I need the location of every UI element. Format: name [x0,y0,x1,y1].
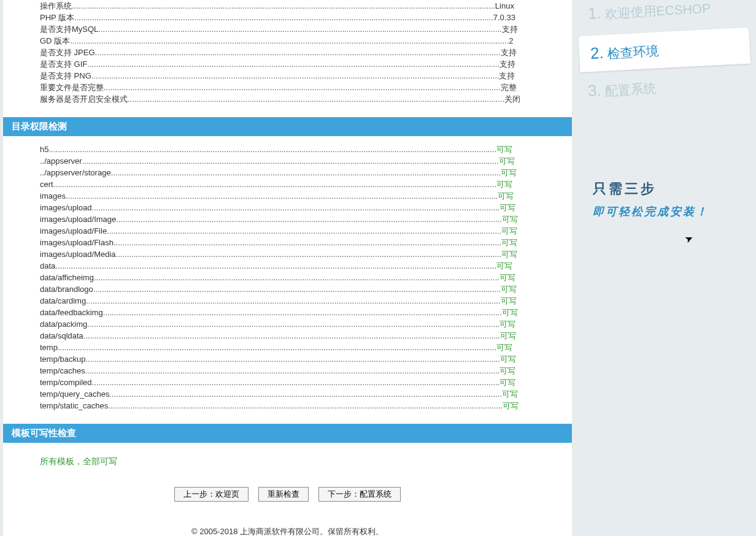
info-row: ../appserver............................… [40,155,566,167]
dots-filler: ........................................… [114,238,501,247]
info-label: cert [40,178,53,190]
step-3-configure: 3. 配置系统 [576,68,756,106]
system-info-list: 操作系统....................................… [3,0,572,111]
dots-filler: ........................................… [72,1,495,10]
info-row: temp/query_caches.......................… [40,388,566,400]
info-label: temp [40,342,58,353]
info-label: temp/caches [40,365,85,377]
info-label: images/upload/Flash [40,237,114,248]
info-label: data [40,260,55,272]
info-value: 可写 [496,261,512,270]
dots-filler: ........................................… [95,48,501,57]
step-number: 1. [587,4,601,23]
next-button[interactable]: 下一步：配置系统 [318,487,401,502]
info-value: 可写 [502,308,518,317]
info-label: 是否支持 GIF [40,58,87,70]
dots-filler: ........................................… [107,226,501,235]
info-label: data/packimg [40,318,87,330]
info-label: images/upload/File [40,225,107,237]
info-row: ../appserver/storage....................… [40,167,566,178]
slogan-line-2: 即可轻松完成安装！ [593,204,756,219]
info-value: 可写 [500,378,515,387]
button-row: 上一步：欢迎页 重新检查 下一步：配置系统 [3,473,572,508]
info-row: images/upload/Image.....................… [40,213,566,225]
step-1-welcome: 1. 欢迎使用ECSHOP [576,0,756,29]
info-label: 服务器是否开启安全模式 [40,93,128,105]
info-row: images/upload/Flash.....................… [40,237,566,248]
dots-filler: ........................................… [66,191,498,201]
section-header-template-check: 模板可写性检查 [3,424,572,443]
sidebar: 1. 欢迎使用ECSHOP 2. 检查环境 3. 配置系统 只需三步 即可轻松完… [577,0,756,536]
info-row: data/afficheimg.........................… [40,272,566,283]
dots-filler: ........................................… [93,285,501,294]
step-label: 检查环境 [607,44,659,60]
main-content: 操作系统....................................… [3,0,572,536]
dots-filler: ........................................… [116,250,501,259]
info-value: 可写 [499,156,515,166]
dots-filler: ........................................… [109,389,501,399]
info-value: 可写 [501,168,517,177]
step-number: 3. [587,81,601,100]
info-value: Linux [495,1,514,10]
info-row: images/upload/File......................… [40,225,566,237]
info-row: 重要文件是否完整................................… [40,82,566,93]
content-scroll: 操作系统....................................… [3,0,572,536]
info-label: PHP 版本 [40,12,74,23]
info-value: 支持 [502,25,518,34]
info-row: data....................................… [40,260,566,272]
info-value: 可写 [501,285,517,294]
dots-filler: ........................................… [128,94,504,104]
info-row: images..................................… [40,190,566,202]
info-value: 可写 [501,250,517,259]
info-row: GD 版本...................................… [40,35,566,47]
dots-filler: ........................................… [87,320,500,329]
info-label: h5 [40,144,48,155]
info-label: 重要文件是否完整 [40,82,104,93]
dots-filler: ........................................… [48,145,496,154]
info-label: temp/backup [40,353,85,365]
info-row: h5......................................… [40,144,566,155]
info-label: ../appserver/storage [40,167,111,178]
dots-filler: ........................................… [55,261,496,270]
info-value: 可写 [496,180,512,189]
dots-filler: ........................................… [104,83,501,92]
info-label: data/sqldata [40,330,83,342]
info-row: 是否支持MySQL...............................… [40,23,566,35]
info-row: data/brandlogo..........................… [40,283,566,295]
dots-filler: ........................................… [85,366,500,375]
info-label: data/brandlogo [40,283,93,295]
info-value: 可写 [498,191,514,201]
dots-filler: ........................................… [92,203,500,212]
info-value: 支持 [499,71,515,80]
info-row: 是否支持 PNG................................… [40,70,566,82]
info-value: 可写 [503,401,519,410]
info-value: 支持 [501,48,517,57]
prev-button[interactable]: 上一步：欢迎页 [174,487,249,502]
dots-filler: ........................................… [116,215,501,224]
info-value: 支持 [500,59,515,69]
info-row: images/upload...........................… [40,202,566,213]
template-check-result: 所有模板，全部可写 [3,450,572,473]
info-value: 可写 [500,203,515,212]
info-value: 可写 [500,273,515,282]
info-value: 可写 [500,366,515,375]
info-label: data/afficheimg [40,272,94,283]
dots-filler: ........................................… [91,71,500,80]
info-label: images/upload [40,202,92,213]
slogan-line-1: 只需三步 [593,180,756,198]
info-value: 可写 [501,238,517,247]
info-value: 7.0.33 [493,13,515,22]
dots-filler: ........................................… [86,296,500,305]
info-row: temp....................................… [40,342,566,353]
info-label: images/upload/Media [40,248,116,260]
info-row: 是否支持 GIF................................… [40,58,566,70]
info-label: ../appserver [40,155,82,167]
info-row: 操作系统....................................… [40,0,566,12]
info-label: data/feedbackimg [40,307,103,318]
info-row: cert....................................… [40,178,566,190]
info-label: temp/compiled [40,377,92,388]
dots-filler: ........................................… [108,401,503,410]
info-value: 可写 [496,145,512,154]
recheck-button[interactable]: 重新检查 [258,487,309,502]
step-label: 配置系统 [604,81,657,98]
